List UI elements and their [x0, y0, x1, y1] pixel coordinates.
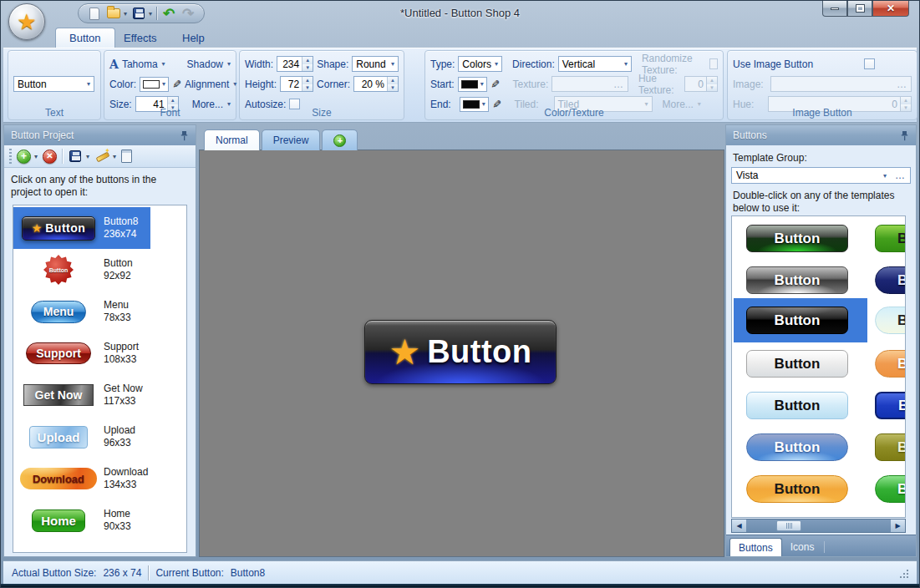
toolbar-separator	[62, 149, 63, 164]
templates-instruction: Double-click on any of the templates bel…	[726, 184, 916, 219]
ribbon-group-color-texture: Type: Colors ▾ Direction: Vertical ▾ Ran…	[424, 50, 724, 120]
tab-buttons[interactable]: Buttons	[729, 538, 782, 556]
tab-normal[interactable]: Normal	[204, 129, 260, 150]
tab-preview[interactable]: Preview	[262, 129, 321, 150]
tab-add-view[interactable]: +	[322, 129, 358, 150]
resize-grip[interactable]	[898, 568, 908, 578]
close-button[interactable]: ✕	[872, 1, 909, 17]
template-black-selected[interactable]: Button	[746, 307, 848, 334]
scroll-left-button[interactable]: ◀	[732, 520, 746, 532]
actual-size-value: 236 x 74	[103, 567, 141, 579]
template-pale-pill[interactable]: Button	[875, 307, 906, 334]
project-item-support[interactable]: Support Support108x33	[13, 332, 186, 374]
export-report-button[interactable]	[121, 150, 132, 163]
pin-icon[interactable]	[180, 130, 189, 141]
template-sky[interactable]: Button	[746, 392, 848, 419]
eyedropper-icon[interactable]: ✎	[170, 79, 183, 89]
template-orange-pill[interactable]: Button	[746, 475, 848, 503]
spin-down-icon[interactable]: ▼	[302, 64, 313, 72]
spin-down-icon: ▼	[707, 84, 717, 92]
templates-bottom-tabs: Buttons Icons	[726, 535, 916, 556]
minimize-icon	[831, 8, 839, 10]
use-image-button-checkbox[interactable]	[864, 58, 875, 69]
start-color-picker[interactable]: ▾	[458, 77, 487, 92]
project-item-home[interactable]: Home Home90x33	[13, 499, 186, 541]
wizard-wand-button[interactable]	[94, 150, 109, 163]
spin-up-icon[interactable]: ▲	[302, 77, 313, 84]
project-item-download[interactable]: Download Download134x33	[13, 458, 186, 499]
add-dropdown-caret[interactable]: ▾	[34, 153, 38, 160]
pin-icon[interactable]	[900, 130, 909, 141]
app-menu-orb-button[interactable]: ★	[8, 3, 45, 40]
spin-up-icon[interactable]: ▲	[388, 77, 398, 84]
templates-panel: Buttons Template Group: Vista ▾ … Double…	[725, 124, 917, 557]
project-save-button[interactable]	[68, 149, 83, 164]
item-name: Upload	[104, 424, 135, 437]
font-name-dropdown[interactable]: Tahoma ▾	[122, 58, 165, 70]
status-separator	[148, 565, 149, 580]
minimize-button[interactable]	[822, 1, 847, 17]
wand-dropdown-caret[interactable]: ▾	[113, 153, 116, 160]
tab-help[interactable]: Help	[169, 28, 218, 48]
button-text-combobox[interactable]: Button ▾	[13, 76, 94, 92]
corner-spinner[interactable]: 20 % ▲▼	[353, 76, 399, 92]
project-item-menu[interactable]: Menu Menu78x33	[13, 291, 186, 332]
project-item-getnow[interactable]: Get Now Get Now117x33	[13, 374, 186, 416]
add-button[interactable]: +	[17, 150, 31, 164]
template-peach-pill[interactable]: Button	[875, 350, 906, 378]
button-thumbnail: ★Button	[22, 216, 95, 241]
shape-dropdown[interactable]: Round ▾	[352, 56, 399, 72]
color-swatch-white	[143, 80, 160, 89]
project-item-button8[interactable]: ★Button Button8236x74	[13, 207, 186, 249]
direction-dropdown[interactable]: Vertical ▾	[558, 56, 632, 72]
window-bottom-edge	[1, 584, 919, 587]
project-save-dropdown-caret[interactable]: ▾	[86, 153, 89, 160]
project-item-button[interactable]: Button Button92x92	[13, 249, 186, 291]
eyedropper-icon[interactable]: ✎	[489, 79, 501, 89]
template-royal-blue[interactable]: Button	[875, 392, 906, 419]
spin-up-icon[interactable]: ▲	[168, 97, 178, 104]
maximize-button[interactable]	[847, 1, 872, 17]
scrollbar-thumb[interactable]	[776, 520, 801, 531]
title-bar: ★ ▾ ▾ ↶ ↷ *Untitled - Button Shop 4 ✕	[1, 1, 919, 26]
template-green[interactable]: Button	[875, 225, 906, 252]
width-spinner[interactable]: 234 ▲▼	[277, 56, 313, 72]
browse-ellipsis-icon[interactable]: …	[895, 170, 906, 181]
template-olive[interactable]: Button	[875, 433, 906, 461]
texture-field: …	[551, 76, 628, 92]
project-item-upload[interactable]: Upload Upload96x33	[13, 416, 186, 458]
template-green-glow[interactable]: Button	[746, 225, 848, 252]
spin-down-icon[interactable]: ▼	[388, 84, 398, 92]
template-group-label: Template Group:	[726, 145, 916, 167]
tab-button[interactable]: Button	[55, 28, 115, 48]
template-hscrollbar[interactable]: ◀ ▶	[731, 519, 906, 533]
hue-texture-label: Hue Texture:	[638, 73, 681, 96]
type-dropdown[interactable]: Colors ▾	[458, 56, 502, 72]
template-white[interactable]: Button	[746, 350, 848, 378]
color-swatch-black	[461, 80, 478, 89]
template-green-pill[interactable]: Button	[875, 475, 906, 503]
font-color-picker[interactable]: ▾	[140, 77, 169, 92]
button-thumbnail: Menu	[31, 301, 86, 323]
toolbar-grip	[9, 149, 12, 164]
group-label-font: Font	[104, 107, 236, 119]
delete-button[interactable]: ✕	[43, 150, 57, 164]
alignment-dropdown[interactable]: Alignment ▾	[185, 79, 236, 90]
template-blue-pill[interactable]: Button	[746, 433, 848, 461]
height-spinner[interactable]: 72 ▲▼	[280, 76, 313, 92]
design-canvas[interactable]: ★ Button	[199, 150, 724, 557]
template-group-dropdown[interactable]: Vista ▾ …	[731, 167, 911, 184]
scroll-right-button[interactable]: ▶	[891, 520, 905, 532]
template-navy-pill[interactable]: Button	[875, 266, 906, 294]
spin-down-icon[interactable]: ▼	[302, 84, 313, 92]
spin-up-icon[interactable]: ▲	[302, 57, 313, 64]
template-silver[interactable]: Button	[746, 266, 848, 294]
tab-separator	[824, 541, 825, 553]
shadow-dropdown[interactable]: Shadow ▾	[187, 58, 231, 70]
spin-up-icon: ▲	[707, 77, 717, 84]
edited-button-preview[interactable]: ★ Button	[364, 320, 557, 384]
tab-effects[interactable]: Effects	[110, 28, 170, 48]
maximize-icon	[856, 5, 864, 12]
ribbon: Button ▾ Text A Tahoma ▾ Shadow ▾ Color	[3, 48, 917, 123]
tab-icons[interactable]: Icons	[782, 538, 823, 556]
